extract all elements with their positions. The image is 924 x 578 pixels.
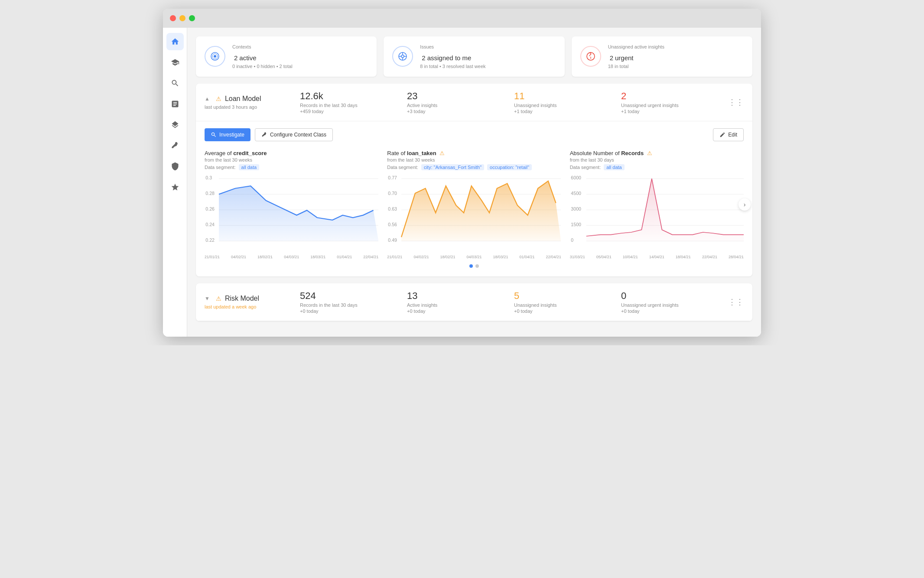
issues-number: 2assigned to me: [420, 50, 485, 63]
issues-label: Issues: [420, 44, 485, 49]
sidebar-item-tools[interactable]: [166, 137, 184, 154]
sidebar-item-reports[interactable]: [166, 95, 184, 113]
chart-nav-right[interactable]: ›: [739, 198, 751, 211]
stat-card-insights: Unassigned active insights 2urgent 18 in…: [572, 36, 752, 77]
loan-unassigned-label: Unassigned insights: [514, 103, 621, 108]
svg-text:1500: 1500: [571, 222, 581, 227]
chart-loan-svg: 0.77 0.70 0.63 0.56 0.49: [387, 174, 561, 252]
risk-model-header: ▼ ⚠ Risk Model last updated a week ago 5…: [196, 283, 752, 321]
sidebar: [163, 28, 187, 337]
loan-model-name-section: ▲ ⚠ Loan Model last updated 3 hours ago: [205, 95, 300, 110]
chart-loan-title: Rate of loan_taken ⚠: [387, 150, 561, 156]
svg-text:0.56: 0.56: [388, 222, 397, 227]
minimize-button[interactable]: [179, 15, 185, 21]
risk-unassigned-label: Unassigned insights: [514, 302, 621, 308]
chart-records: Absolute Number of Records ⚠ from the la…: [570, 150, 744, 259]
insights-info: Unassigned active insights 2urgent 18 in…: [608, 44, 664, 69]
svg-text:0.49: 0.49: [388, 238, 397, 243]
risk-urgent-label: Unassigned urgent insights: [621, 302, 728, 308]
risk-urgent-number: 0: [621, 290, 728, 302]
titlebar: [163, 9, 761, 28]
chart-records-xaxis: 31/03/2105/04/2110/04/2114/04/2118/04/21…: [570, 255, 744, 259]
sidebar-item-home[interactable]: [166, 33, 184, 50]
sidebar-item-shield[interactable]: [166, 158, 184, 175]
loan-unassigned-number: 11: [514, 91, 621, 102]
loan-urgent-number: 2: [621, 91, 728, 102]
svg-point-4: [401, 55, 404, 58]
chart-loan-taken: Rate of loan_taken ⚠ from the last 30 we…: [387, 150, 561, 259]
svg-text:0.28: 0.28: [205, 191, 215, 196]
chart-credit-segment: Data segment: all data: [205, 164, 378, 170]
loan-unassigned-today: +1 today: [514, 109, 621, 114]
sidebar-item-search[interactable]: [166, 75, 184, 92]
chart-credit-svg: 0.3 0.28 0.26 0.24 0.22: [205, 174, 378, 252]
risk-records-label: Records in the last 30 days: [300, 302, 407, 308]
loan-model-header: ▲ ⚠ Loan Model last updated 3 hours ago …: [196, 84, 752, 121]
risk-model-card: ▼ ⚠ Risk Model last updated a week ago 5…: [196, 283, 752, 321]
loan-unassigned-stat: 11 Unassigned insights +1 today: [514, 91, 621, 114]
contexts-info: Contexts 2active 0 inactive • 0 hidden •…: [232, 44, 293, 69]
loan-model-warning-icon: ⚠: [216, 95, 221, 102]
charts-wrapper: Average of credit_score from the last 30…: [205, 150, 744, 259]
svg-text:0.63: 0.63: [388, 207, 397, 211]
loan-model-name: ▲ ⚠ Loan Model: [205, 95, 300, 103]
loan-records-number: 12.6k: [300, 91, 407, 102]
loan-active-today: +3 today: [407, 109, 514, 114]
loan-more-icon[interactable]: ⋮⋮: [728, 97, 744, 107]
svg-text:4500: 4500: [571, 191, 581, 196]
risk-records-today: +0 today: [300, 308, 407, 314]
svg-point-10: [590, 58, 591, 59]
main-content: Contexts 2active 0 inactive • 0 hidden •…: [187, 28, 761, 337]
svg-text:3000: 3000: [571, 207, 581, 211]
svg-text:0.24: 0.24: [205, 222, 215, 227]
close-button[interactable]: [170, 15, 176, 21]
chart-loan-segment: Data segment: city: "Arkansas_Fort Smith…: [387, 164, 561, 170]
contexts-sub: 0 inactive • 0 hidden • 2 total: [232, 64, 293, 69]
chart-credit-subtitle: from the last 30 weeks: [205, 157, 378, 162]
loan-records-today: +459 today: [300, 109, 407, 114]
loan-urgent-label: Unassigned urgent insights: [621, 103, 728, 108]
edit-button[interactable]: Edit: [713, 128, 744, 141]
app-body: Contexts 2active 0 inactive • 0 hidden •…: [163, 28, 761, 337]
chart-dot-1[interactable]: [469, 264, 473, 268]
investigate-button[interactable]: Investigate: [205, 128, 251, 141]
risk-model-warning-icon: ⚠: [216, 295, 221, 302]
sidebar-item-learn[interactable]: [166, 54, 184, 71]
risk-more-icon[interactable]: ⋮⋮: [728, 297, 744, 307]
svg-text:0.3: 0.3: [205, 175, 212, 180]
risk-model-chevron[interactable]: ▼: [205, 295, 210, 302]
insights-sub: 18 in total: [608, 64, 664, 69]
risk-records-number: 524: [300, 290, 407, 302]
configure-button[interactable]: Configure Context Class: [255, 128, 333, 141]
insights-icon: [580, 46, 601, 67]
risk-model-updated: last updated a week ago: [205, 304, 300, 309]
loan-urgent-today: +1 today: [621, 109, 728, 114]
risk-unassigned-number: 5: [514, 290, 621, 302]
risk-active-number: 13: [407, 290, 514, 302]
loan-active-number: 23: [407, 91, 514, 102]
loan-urgent-stat: 2 Unassigned urgent insights +1 today: [621, 91, 728, 114]
loan-records-label: Records in the last 30 days: [300, 103, 407, 108]
risk-urgent-today: +0 today: [621, 308, 728, 314]
risk-urgent-stat: 0 Unassigned urgent insights +0 today: [621, 290, 728, 314]
sidebar-item-layers[interactable]: [166, 116, 184, 133]
risk-active-today: +0 today: [407, 308, 514, 314]
issues-sub: 8 in total • 3 resolved last week: [420, 64, 485, 69]
maximize-button[interactable]: [189, 15, 195, 21]
chart-credit-score: Average of credit_score from the last 30…: [205, 150, 378, 259]
chart-toolbar: Investigate Configure Context Class Edit: [205, 128, 744, 141]
loan-model-chevron[interactable]: ▲: [205, 96, 210, 102]
chart-dot-2[interactable]: [475, 264, 479, 268]
svg-text:0.26: 0.26: [205, 207, 215, 211]
chart-credit-xaxis: 21/01/2104/02/2118/02/2104/03/2118/03/21…: [205, 255, 378, 259]
risk-active-label: Active insights: [407, 302, 514, 308]
loan-model-card: ▲ ⚠ Loan Model last updated 3 hours ago …: [196, 84, 752, 276]
loan-records-stat: 12.6k Records in the last 30 days +459 t…: [300, 91, 407, 114]
svg-point-1: [214, 55, 216, 58]
chart-toolbar-left: Investigate Configure Context Class: [205, 128, 333, 141]
sidebar-item-star[interactable]: [166, 179, 184, 196]
svg-text:0.70: 0.70: [388, 191, 397, 196]
issues-icon: [392, 46, 413, 67]
stat-card-contexts: Contexts 2active 0 inactive • 0 hidden •…: [196, 36, 377, 77]
contexts-icon: [205, 46, 225, 67]
